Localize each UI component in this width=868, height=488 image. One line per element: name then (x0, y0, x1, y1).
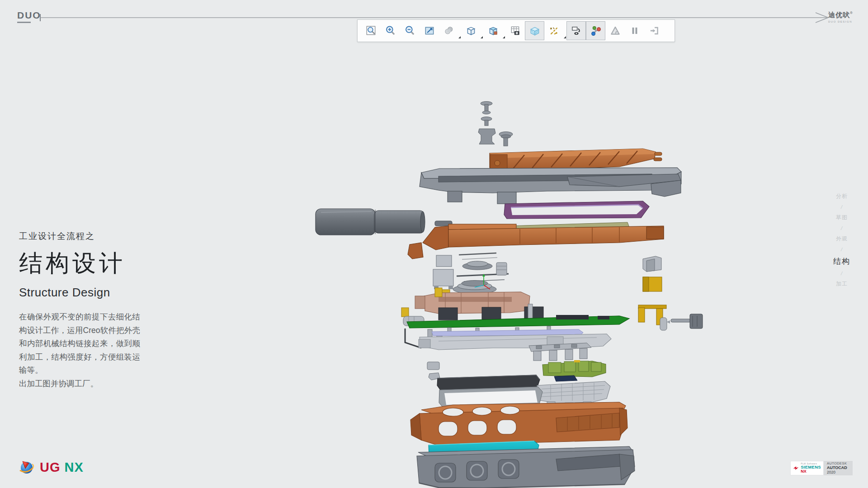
zoom-in-icon (385, 25, 396, 37)
fit-view-button[interactable] (361, 21, 381, 40)
section-dropdown-caret[interactable] (503, 36, 505, 38)
part-purple-bezel (504, 201, 649, 219)
part-right-boxes (643, 256, 662, 291)
display-cube-button[interactable] (461, 21, 481, 40)
part-comb-bracket (529, 343, 591, 361)
nx-text: NX (65, 460, 84, 474)
process-step-nav: 分析 / 草图 / 外观 / 结构 / 加工 (827, 192, 856, 288)
software-badges: PLM Software SIEMENS NX AUTODESK AUTOCAD… (790, 461, 853, 475)
rotate-view-icon (443, 25, 455, 37)
snapshot-table-button[interactable] (505, 21, 525, 40)
zoom-region-icon (424, 25, 435, 37)
exploded-view-3d-model (303, 84, 710, 488)
autocad-badge: AUTODESK AUTOCAD 2020 (824, 461, 853, 475)
part-copper-rail (490, 149, 662, 171)
analysis-check-button[interactable] (605, 21, 625, 40)
exit-view-button[interactable] (644, 21, 664, 40)
ug-text: UG (40, 460, 61, 474)
nav-item-appearance[interactable]: 外观 (836, 235, 848, 243)
page-title: 结构设计 (19, 248, 150, 279)
nav-item-analysis[interactable]: 分析 (836, 192, 848, 200)
brand-logo-underline (17, 22, 31, 23)
pause-icon (629, 25, 641, 37)
siemens-arrow-icon (793, 465, 799, 472)
part-copper-bottom-housing (410, 402, 627, 446)
exploded-view-icon (548, 25, 560, 37)
motion-sequence-icon (571, 25, 582, 37)
part-top-frame (420, 168, 681, 204)
part-bottom-shell (417, 446, 635, 488)
nav-separator: / (841, 204, 843, 210)
nav-item-structure[interactable]: 结构 (833, 256, 850, 267)
zoom-region-button[interactable] (420, 21, 439, 40)
siemens-nx-badge: PLM Software SIEMENS NX (790, 461, 824, 475)
nav-item-sketch[interactable]: 草图 (836, 214, 848, 221)
part-small-clips (427, 362, 440, 380)
exit-view-icon (648, 25, 660, 37)
part-top-screws (478, 102, 513, 146)
translucent-display-icon (529, 25, 541, 37)
display-dropdown-caret[interactable] (481, 36, 483, 38)
nav-item-machining[interactable]: 加工 (836, 280, 848, 288)
siemens-nx-text: NX (801, 469, 821, 474)
section-view-button[interactable] (483, 21, 503, 40)
ugnx-wordmark: UG NX (40, 460, 84, 475)
pause-button[interactable] (625, 21, 644, 40)
brand-logo-right: 迪优吠® DUO DESIGN (828, 11, 858, 23)
autocad-year-text: 2020 (827, 470, 849, 475)
autodesk-text: AUTODESK (827, 462, 849, 466)
brand-right-en: DUO DESIGN (828, 20, 858, 23)
brand-right-cn: 迪优吠 (828, 11, 850, 19)
translucent-display-button[interactable] (525, 21, 544, 40)
brand-logo-duo: DUO (17, 10, 41, 23)
rotate-dropdown-caret[interactable] (458, 36, 461, 38)
display-cube-icon (465, 25, 477, 37)
structure-design-slide: DUO 迪优吠® DUO DESIGN (0, 0, 868, 488)
part-barrel-cylinder (316, 209, 425, 235)
exploded-view-button[interactable] (544, 21, 564, 40)
snapshot-table-icon (509, 25, 521, 37)
page-subtitle: Structure Design (19, 286, 150, 300)
section-view-icon (487, 25, 499, 37)
exploded-assembly-svg (303, 84, 710, 488)
zoom-out-button[interactable] (400, 21, 420, 40)
part-keypad (542, 360, 606, 381)
body-paragraph-1: 在确保外观不变的前提下去细化结构设计工作，运用Creo软件把外壳和内部机械结构链… (19, 310, 140, 377)
part-small-components (433, 253, 509, 298)
nav-separator: / (841, 247, 843, 252)
zoom-in-button[interactable] (381, 21, 400, 40)
nav-separator: / (841, 225, 843, 231)
nav-separator: / (841, 271, 843, 276)
kicker-text: 工业设计全流程之 (19, 230, 150, 242)
assembly-constraints-button[interactable] (586, 21, 605, 40)
zoom-out-icon (404, 25, 416, 37)
brand-logo-text: DUO (17, 10, 41, 21)
brand-right-tm: ® (850, 11, 853, 15)
left-text-panel: 工业设计全流程之 结构设计 Structure Design 在确保外观不变的前… (19, 230, 150, 390)
motion-sequence-button[interactable] (566, 21, 586, 40)
cad-view-toolbar (357, 19, 675, 42)
assembly-constraints-icon (590, 25, 602, 37)
body-paragraph-2: 出加工图并协调工厂。 (19, 377, 140, 391)
ugnx-globe-icon (18, 459, 35, 476)
fit-view-icon (365, 25, 377, 37)
exploded-dropdown-caret[interactable] (564, 36, 566, 38)
ugnx-logo: UG NX (18, 459, 84, 476)
rotate-view-button[interactable] (439, 21, 458, 40)
analysis-check-icon (609, 25, 621, 37)
